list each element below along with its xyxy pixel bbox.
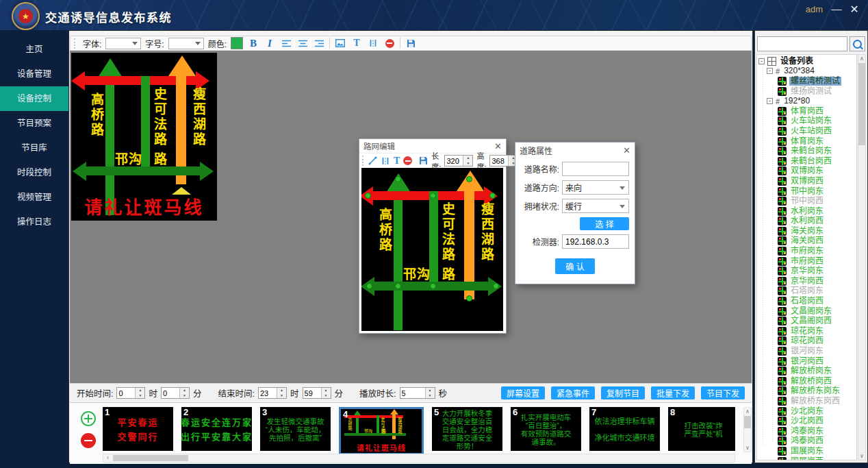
save-icon[interactable] — [405, 37, 417, 49]
device-node[interactable]: 鸿泰岗西 — [757, 436, 856, 447]
device-node[interactable]: 体育岗西 — [757, 106, 856, 116]
control-point[interactable] — [395, 283, 401, 289]
device-node[interactable]: 邗中岗东 — [757, 186, 856, 197]
main-canvas[interactable]: 高桥路 史可法路 瘦西湖路 邗沟 路 请礼让斑马线 路网编辑 ✕ T 长度: — [70, 51, 752, 383]
length-input[interactable] — [445, 156, 463, 166]
control-point[interactable] — [430, 193, 436, 199]
horizontal-scrollbar[interactable]: ‹ — [103, 454, 735, 463]
sign-preview[interactable]: 高桥路 史可法路 瘦西湖路 邗沟 路 请礼让斑马线 — [71, 53, 217, 221]
device-tree-root[interactable]: -设备列表 — [757, 56, 856, 66]
device-node[interactable]: 火车站岗西 — [757, 126, 856, 136]
save-icon[interactable] — [419, 155, 428, 167]
start-minute-input[interactable] — [162, 388, 179, 398]
sidebar-item[interactable]: 时段控制 — [0, 160, 68, 185]
device-node[interactable]: 沙北岗东 — [757, 406, 856, 417]
road-network-icon[interactable] — [381, 155, 390, 167]
control-point[interactable] — [489, 193, 496, 199]
bold-button[interactable]: B — [247, 37, 259, 49]
device-node[interactable]: 国展岗东 — [757, 446, 856, 456]
text-tool-icon[interactable]: T — [394, 155, 400, 167]
close-icon[interactable]: ✕ — [494, 141, 502, 151]
device-node[interactable]: 银河岗西 — [757, 356, 856, 367]
playlist-item[interactable]: 5大力开展秋冬季交通安全整治百日会战，全力稳定道路交通安全形势！ — [432, 407, 502, 451]
window-minimize-button[interactable]: — — [830, 3, 843, 14]
device-search-input[interactable] — [757, 36, 847, 51]
device-node[interactable]: 文昌阁岗西 — [757, 316, 856, 326]
device-node[interactable]: 文昌阁岗东 — [757, 306, 856, 317]
scrollbar-thumb[interactable] — [113, 455, 188, 461]
action-button[interactable]: 紧急事件 — [551, 386, 595, 399]
draw-line-icon[interactable] — [368, 155, 377, 167]
device-node[interactable]: 螺丝湾桥测试 — [757, 76, 856, 86]
device-node[interactable]: 石塔岗西 — [757, 296, 856, 306]
spin-up[interactable]: ▲ — [277, 388, 286, 393]
end-minute-input[interactable] — [303, 388, 321, 398]
collapse-toggle[interactable]: - — [767, 68, 773, 74]
scroll-down-arrow[interactable]: ∨ — [858, 452, 865, 460]
road-network-icon[interactable] — [367, 37, 379, 49]
device-node[interactable]: 京华岗东 — [757, 266, 856, 276]
road-direction-select[interactable]: 来向 — [562, 180, 629, 195]
device-node[interactable]: 水利岗东 — [757, 206, 856, 217]
playlist-item[interactable]: 2春运安全连万家出行平安靠大家 — [181, 407, 252, 451]
collapse-toggle[interactable]: - — [758, 58, 765, 64]
device-node[interactable]: 石塔岗东 — [757, 286, 856, 297]
duration-input[interactable] — [400, 388, 425, 398]
device-node[interactable]: 双博岗东 — [757, 167, 856, 177]
device-node[interactable]: 沙北岗西 — [757, 416, 856, 426]
action-button[interactable]: 节目下发 — [701, 386, 745, 399]
window-close-button[interactable]: ✕ — [847, 3, 861, 16]
device-node[interactable]: 火车站岗东 — [757, 116, 856, 127]
playlist-item[interactable]: 8打击改装“炸严查严处“机 — [668, 407, 735, 451]
device-group-node[interactable]: -#192*80 — [757, 96, 856, 106]
remove-program-button[interactable] — [81, 433, 96, 448]
delete-icon[interactable] — [383, 37, 396, 49]
playlist-item[interactable]: 4高桥路史可法路瘦西湖路邗沟路请礼让斑马线 — [339, 407, 424, 455]
spin-down[interactable]: ▼ — [322, 393, 331, 399]
align-right-icon[interactable] — [313, 37, 325, 49]
font-size-select[interactable] — [168, 38, 204, 49]
device-node[interactable]: 琼花岗东 — [757, 326, 856, 336]
device-node[interactable]: 解放桥岗东 — [757, 366, 856, 376]
spin-down[interactable]: ▼ — [426, 393, 435, 399]
up-arrow-shaft[interactable] — [394, 191, 403, 330]
playlist-item[interactable]: 7依法治理非标车辆净化城市交通环境 — [589, 407, 660, 451]
device-node[interactable]: 国展岗西 — [757, 456, 856, 460]
control-point[interactable] — [395, 176, 401, 182]
control-point[interactable] — [466, 295, 472, 301]
text-tool-icon[interactable]: T — [350, 37, 363, 49]
sidebar-item[interactable]: 节目库 — [0, 136, 68, 160]
scroll-left-arrow[interactable]: ‹ — [103, 454, 112, 462]
spin-up[interactable]: ▲ — [136, 388, 144, 393]
control-point[interactable] — [366, 283, 372, 289]
device-node[interactable]: 来鹤台岗西 — [757, 156, 856, 167]
playlist-item[interactable]: 3发生轻微交通事故“人未伤，车能动，先拍照，后撤离” — [260, 407, 331, 451]
device-node[interactable]: 水利岗西 — [757, 217, 856, 227]
device-node[interactable]: 市府岗西 — [757, 256, 856, 267]
device-node[interactable]: 来鹤台岗东 — [757, 146, 856, 156]
device-node[interactable]: 银河岗东 — [757, 346, 856, 356]
search-button[interactable] — [850, 36, 865, 51]
device-node[interactable]: 鸿泰岗东 — [757, 426, 856, 436]
align-left-icon[interactable] — [280, 37, 292, 49]
height-input[interactable] — [490, 156, 508, 166]
confirm-button[interactable]: 确 认 — [555, 258, 595, 274]
device-node[interactable]: 海关岗东 — [757, 226, 856, 236]
spin-down[interactable]: ▼ — [277, 393, 286, 399]
collapse-toggle[interactable]: - — [767, 98, 773, 104]
spin-up[interactable]: ▲ — [322, 388, 331, 393]
sidebar-item[interactable]: 视频管理 — [0, 185, 68, 210]
scroll-up-arrow[interactable]: ∧ — [858, 55, 865, 62]
sidebar-item[interactable]: 操作日志 — [0, 210, 68, 234]
control-point[interactable] — [430, 283, 436, 289]
device-node[interactable]: 琼花岗西 — [757, 336, 856, 347]
sidebar-item[interactable]: 节目预案 — [0, 111, 68, 136]
control-point[interactable] — [493, 283, 499, 289]
playlist-vertical-scrollbar[interactable]: ∧ ∨ — [743, 407, 752, 452]
spin-up[interactable]: ▲ — [426, 388, 435, 393]
spin-down[interactable]: ▼ — [180, 393, 189, 399]
device-group-node[interactable]: -#320*384 — [757, 66, 856, 77]
align-center-icon[interactable] — [296, 37, 309, 49]
device-node[interactable]: 维扬岗测试 — [757, 86, 856, 97]
device-node[interactable]: 解放桥东岗东 — [757, 386, 856, 397]
